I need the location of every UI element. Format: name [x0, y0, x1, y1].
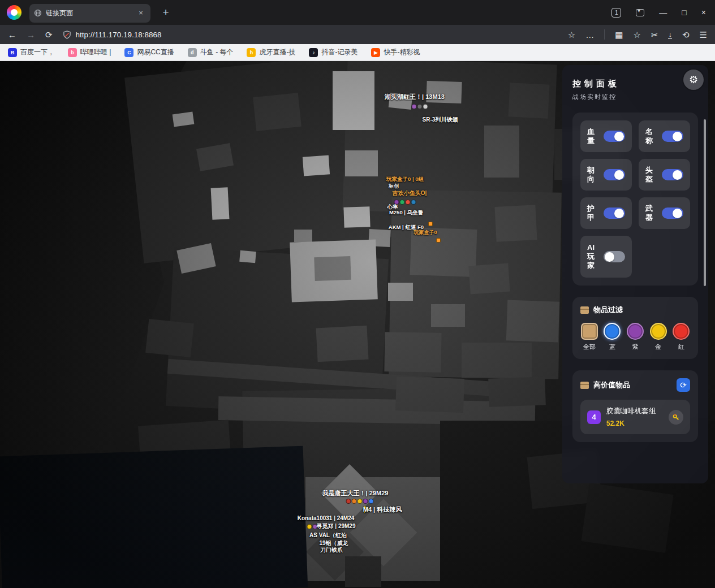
filter-label: 金: [655, 343, 661, 351]
toggle-helmet[interactable]: 头盔: [639, 159, 690, 191]
loot-item-dot: [428, 222, 433, 226]
crate-icon: [580, 382, 589, 389]
browser-tab[interactable]: 链接页面 ×: [29, 4, 150, 23]
filter-purple[interactable]: 紫: [626, 323, 644, 351]
apps-grid-icon[interactable]: ▦: [615, 31, 623, 39]
toggle-label: 名称: [645, 127, 655, 146]
cc-favicon: C: [124, 48, 133, 57]
minimize-button[interactable]: —: [659, 8, 667, 17]
bookmark-item[interactable]: h虎牙直播-技: [247, 47, 295, 57]
bookmark-label: 网易CC直播: [137, 47, 174, 57]
bookmark-label: 虎牙直播-技: [259, 47, 295, 57]
player-dot: [400, 200, 405, 205]
filter-title: 物品过滤: [593, 305, 623, 315]
kuaishou-favicon: ▶: [371, 48, 380, 57]
toggle-label: 头盔: [645, 166, 655, 184]
bookmark-item[interactable]: ▶快手-精彩视: [371, 47, 420, 57]
bookmark-label: 百度一下，: [20, 47, 54, 57]
tab-count-badge[interactable]: 1: [611, 8, 621, 18]
menu-icon[interactable]: ☰: [700, 31, 707, 39]
toolbar-divider: [604, 29, 605, 40]
toggle-weapon[interactable]: 武器: [639, 197, 690, 229]
site-security-icon[interactable]: [63, 31, 71, 39]
filter-label: 蓝: [609, 343, 615, 351]
bookmark-item[interactable]: ♪抖音-记录美: [309, 47, 358, 57]
toggle-label: AI玩家: [587, 243, 597, 271]
player-label-player-11: M4 | 科技辣风: [363, 505, 402, 514]
gear-icon[interactable]: ⚙: [683, 70, 704, 90]
high-value-title: 高价值物品: [593, 380, 630, 390]
bookmark-item[interactable]: d斗鱼 - 每个: [188, 47, 234, 57]
bookmark-star-icon[interactable]: ☆: [568, 31, 575, 39]
player-label-player-5: 吉欢小鱼头O|: [393, 189, 427, 197]
player-dot: [352, 499, 357, 504]
squad-dots-squad-3: [346, 499, 374, 504]
toggle-name[interactable]: 名称: [639, 120, 690, 152]
toggle-switch-direction[interactable]: [604, 169, 625, 180]
key-icon[interactable]: [669, 410, 683, 425]
bookmark-label: 哔哩哔哩 |: [80, 47, 111, 57]
item-name: 胶囊咖啡机套组: [606, 407, 663, 416]
bookmark-label: 抖音-记录美: [321, 47, 358, 57]
filter-all-swatch: [581, 323, 598, 340]
control-panel: ⚙ 控制面板 战场实时监控 血量名称朝向头盔护甲武器AI玩家 物品过滤 全部蓝紫…: [562, 65, 708, 483]
screenshot-icon[interactable]: ✂: [651, 31, 658, 39]
window-tools-icon[interactable]: [636, 9, 644, 16]
douyin-favicon: ♪: [309, 48, 318, 57]
toggles-card: 血量名称朝向头盔护甲武器AI玩家: [572, 113, 698, 286]
filter-all[interactable]: 全部: [580, 323, 598, 351]
toggle-switch-armor[interactable]: [604, 207, 625, 219]
refresh-items-button[interactable]: ⟳: [677, 378, 690, 392]
browser-logo-icon[interactable]: [7, 5, 21, 20]
toggle-hp[interactable]: 血量: [580, 120, 632, 152]
toggle-ai[interactable]: AI玩家: [580, 236, 632, 278]
player-dot: [363, 499, 368, 504]
player-dot: [411, 200, 416, 205]
toggle-switch-hp[interactable]: [604, 131, 625, 142]
toggle-switch-helmet[interactable]: [662, 169, 683, 180]
bookmark-item[interactable]: b哔哩哔哩 |: [68, 47, 111, 57]
item-texts: 胶囊咖啡机套组52.2K: [606, 407, 663, 427]
toggle-label: 武器: [645, 204, 655, 223]
url-text: http://111.170.19.18:8868: [76, 31, 162, 39]
player-dot: [406, 200, 411, 205]
toggle-direction[interactable]: 朝向: [580, 159, 632, 191]
filter-red[interactable]: 红: [672, 323, 690, 351]
crate-icon: [580, 306, 589, 314]
squad-dots-squad-1: [412, 104, 428, 109]
player-dot: [346, 499, 351, 504]
bookmark-item[interactable]: B百度一下，: [8, 47, 54, 57]
browser-titlebar: 链接页面 × + 1 — □ ×: [0, 0, 715, 25]
player-label-player-1: 湖头湖红王！| 13M13: [385, 93, 445, 101]
more-actions-icon[interactable]: …: [585, 31, 594, 39]
favorites-icon[interactable]: ☆: [633, 31, 640, 39]
tab-close-icon[interactable]: ×: [136, 8, 146, 18]
bookmark-label: 快手-精彩视: [384, 47, 420, 57]
filter-blue[interactable]: 蓝: [604, 323, 622, 351]
toggle-switch-weapon[interactable]: [662, 207, 683, 219]
maximize-button[interactable]: □: [682, 8, 686, 17]
bookmark-item[interactable]: C网易CC直播: [124, 47, 174, 57]
history-icon[interactable]: ⟲: [682, 31, 690, 39]
filter-gold-swatch: [650, 323, 667, 340]
high-value-item[interactable]: 4胶囊咖啡机套组52.2K: [580, 400, 690, 434]
back-button[interactable]: ←: [8, 31, 16, 39]
download-icon[interactable]: ↓: [668, 31, 672, 39]
url-field[interactable]: http://111.170.19.18:8868: [63, 31, 558, 39]
toggle-switch-name[interactable]: [662, 131, 683, 142]
player-dot: [358, 499, 363, 504]
browser-navbar: ← → ⟳ http://111.170.19.18:8868 ☆ … ▦ ☆ …: [0, 25, 715, 44]
new-tab-button[interactable]: +: [158, 5, 173, 20]
close-window-button[interactable]: ×: [701, 8, 706, 17]
reload-button[interactable]: ⟳: [45, 31, 53, 39]
filter-gold[interactable]: 金: [649, 323, 667, 351]
player-label-player-9: 玩家盒子0: [414, 229, 437, 236]
panel-scrollbar[interactable]: [704, 119, 706, 286]
bookmarks-bar: B百度一下，b哔哩哔哩 |C网易CC直播d斗鱼 - 每个h虎牙直播-技♪抖音-记…: [0, 44, 715, 61]
forward-button[interactable]: →: [27, 31, 35, 39]
toggle-switch-ai[interactable]: [604, 251, 625, 262]
globe-icon: [34, 9, 42, 17]
bookmark-label: 斗鱼 - 每个: [200, 47, 234, 57]
toggle-armor[interactable]: 护甲: [580, 197, 632, 229]
player-dot: [412, 104, 417, 109]
